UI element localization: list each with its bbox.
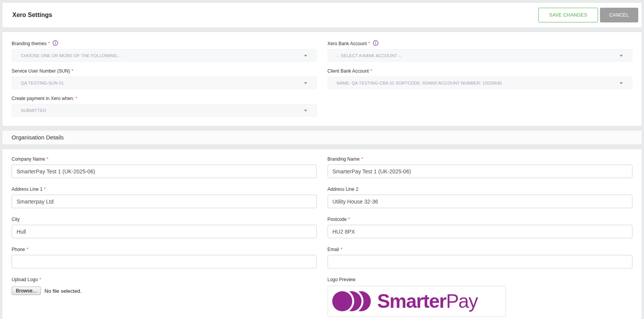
- field-create-payment-when: Create payment in Xero when:* SUBMITTED: [12, 95, 317, 117]
- client-bank-account-select[interactable]: NAME: QA TESTING-CBA 01 SORTCODE: 834600…: [328, 76, 633, 89]
- page-title: Xero Settings: [12, 12, 52, 19]
- address-line-2-label: Address Line 2: [328, 187, 358, 192]
- create-payment-when-label: Create payment in Xero when:: [12, 96, 74, 101]
- field-logo-preview: Logo Preview SmarterPay: [328, 277, 633, 317]
- organisation-details-section-header: Organisation Details: [2, 130, 642, 145]
- city-label: City: [12, 217, 20, 222]
- branding-themes-label: Branding themes: [12, 41, 47, 46]
- field-xero-bank-account: Xero Bank Account* -- SELECT A BANK ACCO…: [328, 41, 633, 62]
- xero-bank-account-select-value: -- SELECT A BANK ACCOUNT --: [337, 53, 402, 58]
- field-company-name: Company Name*: [12, 156, 317, 178]
- chevron-down-icon: [304, 82, 307, 84]
- logo-preview-image: SmarterPay: [328, 286, 506, 317]
- field-email: Email*: [328, 246, 633, 268]
- required-marker: *: [48, 41, 50, 46]
- page-header: Xero Settings SAVE CHANGES CANCEL: [2, 2, 642, 28]
- required-marker: *: [76, 96, 78, 101]
- city-input[interactable]: [12, 225, 317, 238]
- section-title: Organisation Details: [12, 134, 632, 141]
- client-bank-account-label: Client Bank Account: [328, 68, 369, 74]
- browse-button[interactable]: Browse...: [12, 287, 41, 295]
- xero-bank-account-label: Xero Bank Account: [328, 41, 367, 46]
- address-line-2-input[interactable]: [328, 195, 633, 208]
- phone-label: Phone: [12, 247, 25, 252]
- address-line-1-label: Address Line 1: [12, 187, 42, 192]
- required-marker: *: [368, 41, 370, 46]
- client-bank-account-select-value: NAME: QA TESTING-CBA 01 SORTCODE: 834600…: [337, 81, 502, 85]
- required-marker: *: [348, 217, 350, 222]
- info-icon: [373, 40, 379, 47]
- smarterpay-logo-wordmark: SmarterPay: [377, 292, 478, 311]
- save-changes-button[interactable]: SAVE CHANGES: [538, 8, 598, 22]
- required-marker: *: [71, 68, 73, 74]
- field-service-user-number: Service User Number (SUN)* QA TESTING-SU…: [12, 68, 317, 89]
- required-marker: *: [47, 156, 49, 162]
- required-marker: *: [44, 187, 46, 192]
- upload-logo-label: Upload Logo: [12, 277, 38, 282]
- field-branding-name: Branding Name*: [328, 156, 633, 178]
- xero-settings-page: Xero Settings SAVE CHANGES CANCEL Brandi…: [0, 0, 644, 319]
- branding-themes-info-button[interactable]: [52, 40, 58, 47]
- cancel-button[interactable]: CANCEL: [600, 8, 638, 22]
- required-marker: *: [341, 247, 343, 252]
- chevron-down-icon: [620, 55, 623, 57]
- field-address-line-1: Address Line 1*: [12, 186, 317, 208]
- field-address-line-2: Address Line 2: [328, 186, 633, 208]
- postcode-label: Postcode: [328, 217, 347, 222]
- info-icon: [52, 40, 58, 47]
- branding-themes-select[interactable]: CHOOSE ONE OR MORE OF THE FOLLOWING...: [12, 49, 317, 62]
- xero-settings-form: Branding themes* CHOOSE ONE OR MORE OF T…: [2, 32, 642, 126]
- chevron-down-icon: [304, 110, 307, 112]
- email-label: Email: [328, 247, 339, 252]
- email-input[interactable]: [328, 255, 633, 268]
- field-phone: Phone*: [12, 246, 317, 268]
- field-client-bank-account: Client Bank Account* NAME: QA TESTING-CB…: [328, 68, 633, 89]
- field-branding-themes: Branding themes* CHOOSE ONE OR MORE OF T…: [12, 41, 317, 62]
- organisation-details-form: Company Name* Branding Name* Address Lin…: [2, 149, 642, 319]
- field-city: City: [12, 216, 317, 238]
- chevron-down-icon: [304, 55, 307, 57]
- required-marker: *: [39, 277, 41, 282]
- grid-spacer: [328, 95, 633, 123]
- company-name-label: Company Name: [12, 156, 45, 162]
- field-upload-logo: Upload Logo* Browse... No file selected.: [12, 277, 317, 317]
- smarterpay-logo-mark: [332, 291, 371, 312]
- file-upload-status: No file selected.: [44, 288, 81, 294]
- service-user-number-label: Service User Number (SUN): [12, 68, 70, 74]
- logo-preview-label: Logo Preview: [328, 277, 356, 282]
- required-marker: *: [370, 68, 372, 74]
- field-postcode: Postcode*: [328, 216, 633, 238]
- postcode-input[interactable]: [328, 225, 633, 238]
- branding-name-label: Branding Name: [328, 156, 360, 162]
- xero-bank-account-info-button[interactable]: [373, 40, 379, 47]
- create-payment-when-select[interactable]: SUBMITTED: [12, 104, 317, 117]
- required-marker: *: [361, 156, 363, 162]
- xero-bank-account-select[interactable]: -- SELECT A BANK ACCOUNT --: [328, 49, 633, 62]
- chevron-down-icon: [620, 82, 623, 84]
- company-name-input[interactable]: [12, 165, 317, 178]
- address-line-1-input[interactable]: [12, 195, 317, 208]
- required-marker: *: [27, 247, 29, 252]
- branding-themes-select-value: CHOOSE ONE OR MORE OF THE FOLLOWING...: [21, 53, 121, 58]
- phone-input[interactable]: [12, 255, 317, 268]
- header-actions: SAVE CHANGES CANCEL: [538, 8, 638, 22]
- branding-name-input[interactable]: [328, 165, 633, 178]
- create-payment-when-select-value: SUBMITTED: [21, 108, 46, 113]
- service-user-number-select-value: QA TESTING-SUN 01: [21, 81, 64, 85]
- service-user-number-select[interactable]: QA TESTING-SUN 01: [12, 76, 317, 89]
